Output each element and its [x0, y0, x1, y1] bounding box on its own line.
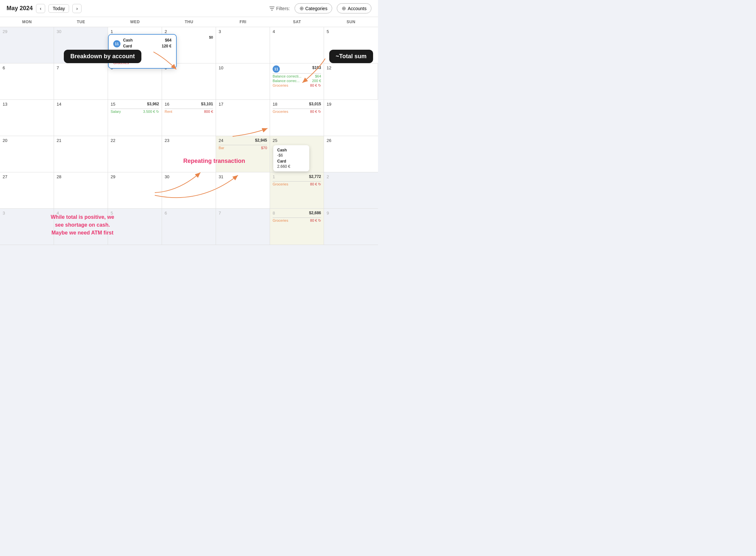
- date-may22: 22: [110, 138, 159, 143]
- tx-jun1-1[interactable]: Groceries 80 € ↻: [273, 182, 321, 186]
- tx-may24-1[interactable]: Bar $70: [219, 146, 267, 150]
- accounts-plus-icon: ⊕: [342, 5, 346, 11]
- cell-may19[interactable]: 19: [324, 100, 378, 136]
- next-month-button[interactable]: ›: [72, 4, 81, 13]
- tooltip-cash-amount: $64: [165, 38, 171, 42]
- cell-jun2[interactable]: 2: [324, 172, 378, 208]
- cell-jun9[interactable]: 9: [324, 209, 378, 245]
- header-thu: THU: [162, 17, 216, 27]
- tx-amount-may18-1: 80 € ↻: [310, 110, 321, 114]
- accounts-button[interactable]: ⊕ Accounts: [337, 3, 371, 13]
- celljun1-header: 1 $2,772: [273, 174, 321, 180]
- tx-name-may11-3: Groceries: [273, 83, 288, 88]
- week-2: 6 7 8 9 10 11 $193: [0, 64, 378, 100]
- cell-may8[interactable]: 8: [108, 64, 162, 99]
- breakdown-annotation: Breakdown by account: [64, 50, 141, 63]
- today-button[interactable]: Today: [48, 4, 69, 13]
- date-jun1: 1: [273, 174, 275, 179]
- cell-may13[interactable]: 13: [0, 100, 54, 136]
- cell-may30[interactable]: 30: [162, 172, 216, 208]
- tx-may16-1[interactable]: Rent 800 €: [165, 110, 213, 113]
- cell-may20[interactable]: 20: [0, 136, 54, 172]
- divider-may15: [110, 109, 159, 109]
- cell-may24[interactable]: 24 $2,945 Bar $70: [216, 136, 270, 172]
- cell-may15[interactable]: 15 $3,962 Salary 3.500 € ↻: [108, 100, 162, 136]
- tx-may11-1[interactable]: Balance correcti... $64: [273, 74, 321, 78]
- tx-name-may11-2: Balance correc...: [273, 79, 300, 83]
- cell-may9[interactable]: 9: [162, 64, 216, 99]
- tx-jun8-1[interactable]: Groceries 80 € ↻: [273, 218, 321, 223]
- cell-may22[interactable]: 22: [108, 136, 162, 172]
- tx-name-jun8-1: Groceries: [273, 218, 288, 223]
- header-nav: May 2024 ‹ Today ›: [6, 4, 81, 13]
- tx-name-may11-1: Balance correcti...: [273, 74, 301, 78]
- date-may26: 26: [327, 138, 375, 143]
- cell-may21[interactable]: 21: [54, 136, 108, 172]
- cell-may12[interactable]: 12: [324, 64, 378, 99]
- cell-may11[interactable]: 11 $193 Balance correcti... $64 Balance …: [270, 64, 324, 99]
- cell-may7[interactable]: 7: [54, 64, 108, 99]
- cell-jun6[interactable]: 6: [162, 209, 216, 245]
- tx-amount-may11-3: 80 € ↻: [310, 83, 321, 88]
- header-mon: MON: [0, 17, 54, 27]
- cash-card-tooltip: Cash -$6 Card 2.660 €: [273, 145, 309, 171]
- amount-jun8: $2,686: [309, 211, 321, 215]
- divider-jun8: [273, 217, 321, 218]
- cell-may28[interactable]: 28: [54, 172, 108, 208]
- header-sat: SAT: [270, 17, 324, 27]
- date-may6: 6: [3, 65, 51, 70]
- date-jun3: 3: [3, 211, 51, 215]
- cell-may10[interactable]: 10: [216, 64, 270, 99]
- cell-may4[interactable]: 4: [270, 27, 324, 63]
- tx-name-may18-1: Groceries: [273, 110, 288, 114]
- cell-may31[interactable]: 31: [216, 172, 270, 208]
- cell-may26[interactable]: 26: [324, 136, 378, 172]
- tx-may11-2[interactable]: Balance correc... 200 €: [273, 79, 321, 83]
- cell-may27[interactable]: 27: [0, 172, 54, 208]
- date-may25: 25: [273, 138, 321, 143]
- cell-jun8[interactable]: 8 $2,686 Groceries 80 € ↻: [270, 209, 324, 245]
- tx-may18-1[interactable]: Groceries 80 € ↻: [273, 110, 321, 114]
- cell-jun5[interactable]: 5: [108, 209, 162, 245]
- prev-month-button[interactable]: ‹: [36, 4, 45, 13]
- cell-may16[interactable]: 16 $3,101 Rent 800 €: [162, 100, 216, 136]
- tx-amount-may11-1: $64: [315, 74, 321, 78]
- cell11-header: 11 $193: [273, 65, 321, 73]
- date-may4: 4: [273, 29, 321, 34]
- calendar-wrapper: MON TUE WED THU FRI SAT SUN 29 30 1: [0, 17, 378, 245]
- cell-may29[interactable]: 29: [108, 172, 162, 208]
- date-may15: 15: [110, 102, 115, 107]
- date-jun5: 5: [110, 211, 159, 215]
- date-may13: 13: [3, 102, 51, 107]
- cell-may6[interactable]: 6: [0, 64, 54, 99]
- date-jun8: 8: [273, 211, 275, 215]
- date-may27: 27: [3, 174, 51, 179]
- calendar: MON TUE WED THU FRI SAT SUN 29 30 1: [0, 17, 378, 245]
- categories-button[interactable]: ⊕ Categories: [295, 3, 332, 13]
- amount-may11: $193: [312, 65, 321, 70]
- cash-shortage-annotation: While total is positive, wesee shortage …: [51, 213, 114, 237]
- cell-may18[interactable]: 18 $3,015 Groceries 80 € ↻: [270, 100, 324, 136]
- tooltip25-card-amount: 2.660 €: [277, 164, 305, 169]
- cell24-header: 24 $2,945: [219, 138, 267, 144]
- tx-may11-3[interactable]: Groceries 80 € ↻: [273, 83, 321, 88]
- divider-may18: [273, 109, 321, 109]
- week-4: 20 21 22 23 24 $2,945: [0, 136, 378, 172]
- cell-may23[interactable]: 23: [162, 136, 216, 172]
- cell-jun1[interactable]: 1 $2,772 Groceries 80 € ↻: [270, 172, 324, 208]
- header-sun: SUN: [324, 17, 378, 27]
- cell-may25[interactable]: 25 Cash -$6 Card 2.660 €: [270, 136, 324, 172]
- tooltip-cash-label: Cash: [123, 38, 133, 42]
- date-may28: 28: [57, 174, 105, 179]
- cell-jun3[interactable]: 3: [0, 209, 54, 245]
- date-jun7: 7: [219, 211, 267, 215]
- date-may29: 29: [110, 174, 159, 179]
- cell-jun7[interactable]: 7: [216, 209, 270, 245]
- cell-may17[interactable]: 17: [216, 100, 270, 136]
- amount-jun1: $2,772: [309, 174, 321, 179]
- amount-may24: $2,945: [255, 138, 267, 143]
- cell-may3[interactable]: 3: [216, 27, 270, 63]
- tx-may15-1[interactable]: Salary 3.500 € ↻: [110, 110, 159, 114]
- cell-apr29[interactable]: 29: [0, 27, 54, 63]
- cell-may14[interactable]: 14: [54, 100, 108, 136]
